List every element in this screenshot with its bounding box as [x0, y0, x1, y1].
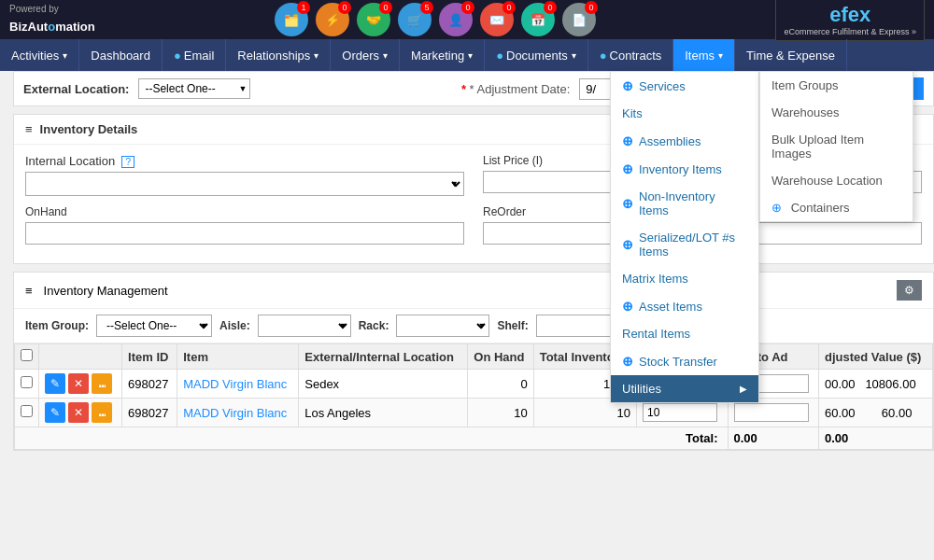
dropdown-non-inventory-label: Non-Inventory Items	[639, 189, 747, 217]
dropdown-assemblies-label: Assemblies	[639, 134, 700, 148]
icon-btn-2[interactable]: 🤝 0	[357, 3, 390, 36]
internal-location-field: Internal Location ?	[25, 154, 464, 196]
ext-location-select[interactable]: --Select One--	[138, 78, 250, 99]
util-containers[interactable]: ⊕ Containers	[760, 194, 913, 221]
badge-0: 1	[297, 1, 310, 14]
dropdown-services[interactable]: ⊕ Services	[611, 72, 758, 100]
help-tooltip[interactable]: ?	[121, 156, 134, 168]
nav-marketing-label: Marketing	[411, 49, 464, 63]
nav-items-arrow: ▾	[718, 50, 723, 61]
adj-date-label: * * Adjustment Date:	[461, 82, 570, 96]
icon-btn-7[interactable]: 📄 0	[562, 3, 596, 36]
inventory-management-section: ≡ Inventory Management ⚙ Item Group: --S…	[13, 272, 934, 451]
row2-edit-button[interactable]: ✎	[45, 402, 65, 423]
nav-documents-arrow: ▾	[572, 50, 576, 61]
icon-btn-3[interactable]: 🛒 5	[398, 3, 432, 36]
dropdown-rental-label: Rental Items	[622, 327, 690, 341]
row1-fork-button[interactable]: ⑉	[92, 373, 112, 394]
logo-area: Powered by BizAutomation	[9, 4, 95, 35]
col-item-id: Item ID	[122, 344, 177, 370]
row2-adj-value: 60.00 60.00	[819, 399, 933, 427]
rack-select[interactable]	[396, 315, 489, 337]
onhand-label: OnHand	[25, 205, 464, 218]
row2-item: MADD Virgin Blanc	[177, 399, 299, 427]
row1-delete-button[interactable]: ✕	[68, 373, 89, 394]
nav-email[interactable]: ● Email	[163, 39, 226, 71]
nav-marketing[interactable]: Marketing ▾	[400, 39, 485, 71]
efex-title: efex	[784, 3, 916, 27]
email-icon: ✉️	[489, 13, 504, 27]
icon-btn-6[interactable]: 📅 0	[521, 3, 555, 36]
row1-checkbox[interactable]	[21, 376, 33, 388]
dropdown-assemblies[interactable]: ⊕ Assemblies	[611, 127, 758, 155]
table-row: ✎ ✕ ⑉ 698027 MADD Virgin Blanc Sedex 0 1…	[15, 370, 933, 399]
row1-actions-cell: ✎ ✕ ⑉	[39, 370, 122, 399]
row1-location: Sedex	[299, 370, 468, 399]
nav-orders-arrow: ▾	[383, 50, 388, 61]
icon-btn-5[interactable]: ✉️ 0	[480, 3, 514, 36]
row2-item-id: 698027	[122, 399, 177, 427]
icon-btn-1[interactable]: ⚡ 0	[316, 3, 349, 36]
util-item-groups[interactable]: Item Groups	[760, 72, 913, 99]
select-all-checkbox[interactable]	[21, 349, 33, 361]
badge-5: 0	[502, 1, 516, 14]
row1-edit-button[interactable]: ✎	[45, 373, 65, 394]
nav-dashboard-label: Dashboard	[91, 49, 150, 63]
calendar-icon: 📅	[531, 13, 545, 27]
top-icon-bar: 🗂️ 1 ⚡ 0 🤝 0 🛒 5 👤 0 ✉️ 0 📅 0 📄 0	[275, 3, 596, 36]
ext-location-label: External Location:	[23, 82, 129, 96]
dropdown-kits[interactable]: Kits	[611, 100, 758, 127]
nav-items-label: Items	[685, 49, 715, 63]
dropdown-serialized-label: Serialized/LOT #s Items	[639, 231, 747, 259]
badge-4: 0	[461, 1, 474, 14]
dropdown-stock-transfer[interactable]: ⊕ Stock Transfer	[611, 347, 758, 375]
nav-documents[interactable]: ● Documents ▾	[485, 39, 588, 71]
dropdown-serialized[interactable]: ⊕ Serialized/LOT #s Items	[611, 224, 758, 265]
row2-on-hand: 10	[468, 399, 533, 427]
col-checkbox	[15, 344, 39, 370]
hamburger-icon: ≡	[25, 122, 33, 136]
row2-delete-button[interactable]: ✕	[68, 402, 89, 423]
dropdown-non-inventory[interactable]: ⊕ Non-Inventory Items	[611, 183, 758, 224]
rack-label: Rack:	[359, 319, 389, 332]
gear-button[interactable]: ⚙	[897, 280, 922, 301]
plus-icon-services: ⊕	[622, 78, 633, 93]
nav-items[interactable]: Items ▾	[673, 39, 735, 71]
row1-on-hand: 0	[468, 370, 533, 399]
row2-total-val: 60.00	[865, 406, 912, 420]
row2-qty-input[interactable]	[734, 403, 809, 422]
util-bulk-upload[interactable]: Bulk Upload Item Images	[760, 126, 913, 167]
aisle-select[interactable]	[258, 315, 351, 337]
dropdown-utilities[interactable]: Utilities ▶	[611, 375, 758, 402]
utilities-arrow-icon: ▶	[740, 384, 747, 394]
dropdown-inventory-items[interactable]: ⊕ Inventory Items	[611, 155, 758, 183]
row2-checkbox[interactable]	[21, 405, 33, 417]
internal-location-select[interactable]	[25, 172, 464, 196]
item-group-select[interactable]: --Select One--	[96, 315, 212, 337]
dropdown-asset[interactable]: ⊕ Asset Items	[611, 292, 758, 320]
total-value-cell: 0.00	[819, 427, 933, 450]
util-warehouses[interactable]: Warehouses	[760, 99, 913, 126]
dropdown-kits-label: Kits	[622, 106, 643, 120]
nav-orders[interactable]: Orders ▾	[331, 39, 400, 71]
plus-icon-serialized: ⊕	[622, 237, 633, 252]
nav-time-expense[interactable]: Time & Expense	[735, 39, 847, 71]
item-group-select-wrapper: --Select One--	[96, 315, 212, 337]
row2-item-link[interactable]: MADD Virgin Blanc	[183, 406, 287, 420]
onhand-input[interactable]	[25, 222, 464, 245]
util-warehouse-location[interactable]: Warehouse Location	[760, 167, 913, 194]
icon-btn-0[interactable]: 🗂️ 1	[275, 3, 308, 36]
dropdown-matrix[interactable]: Matrix Items	[611, 265, 758, 292]
nav-activities[interactable]: Activities ▾	[0, 39, 79, 71]
nav-dashboard[interactable]: Dashboard	[79, 39, 163, 71]
dropdown-rental[interactable]: Rental Items	[611, 320, 758, 347]
row2-fork-button[interactable]: ⑉	[92, 402, 112, 423]
nav-relationships[interactable]: Relationships ▾	[226, 39, 331, 71]
nav-contracts[interactable]: ● Contracts	[588, 39, 674, 71]
row1-adj-val-text: 00.00	[825, 377, 856, 391]
col-item: Item	[177, 344, 299, 370]
row1-item-link[interactable]: MADD Virgin Blanc	[183, 377, 287, 391]
dropdown-inventory-items-label: Inventory Items	[639, 162, 722, 176]
icon-btn-4[interactable]: 👤 0	[439, 3, 473, 36]
row2-counted-input[interactable]	[643, 403, 717, 422]
